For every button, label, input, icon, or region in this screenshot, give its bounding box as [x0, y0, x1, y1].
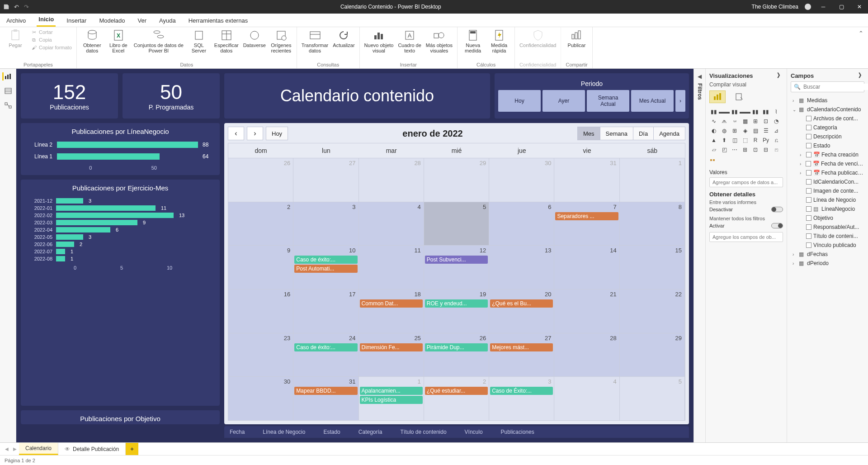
viz-type-icon[interactable]: ⊞ — [751, 117, 760, 125]
field-item[interactable]: Responsable/Aut... — [791, 223, 864, 232]
calendar-day[interactable]: 13 — [489, 245, 554, 289]
publish-button[interactable]: Publicar — [566, 29, 587, 48]
viz-type-icon[interactable]: ⊞ — [730, 127, 739, 135]
page-tab[interactable]: Calendario — [19, 443, 58, 455]
viz-type-icon[interactable]: ◰ — [720, 146, 729, 154]
build-visual-icon[interactable] — [709, 90, 726, 103]
viz-type-icon[interactable]: ⋯ — [730, 146, 739, 154]
refresh-button[interactable]: Actualizar — [333, 29, 354, 48]
calendar-day[interactable]: 22 — [620, 289, 685, 333]
viz-type-icon[interactable]: ⌇ — [772, 108, 781, 116]
calendar-day[interactable]: 15 — [620, 245, 685, 289]
viz-type-icon[interactable]: ⬆ — [720, 136, 729, 144]
viz-type-icon[interactable]: ⏍ — [772, 146, 781, 154]
viz-type-icon[interactable]: ⊞ — [741, 146, 750, 154]
viz-type-icon[interactable]: ⊡ — [761, 117, 770, 125]
calendar-day[interactable]: 28 — [359, 158, 424, 202]
field-item[interactable]: IdCalendarioCon... — [791, 177, 864, 186]
viz-type-icon[interactable]: ▦ — [741, 117, 750, 125]
cal-next-button[interactable]: › — [247, 127, 263, 140]
calendar-event[interactable]: Apalancamien... — [360, 387, 423, 395]
collapse-ribbon-icon[interactable]: ⌃ — [854, 27, 868, 68]
search-input[interactable] — [803, 84, 868, 90]
table-dfechas[interactable]: ›▦dFechas — [791, 250, 864, 259]
periodo-next-icon[interactable]: › — [675, 90, 685, 112]
viz-type-icon[interactable]: ▮▮ — [761, 108, 770, 116]
calendar-event[interactable]: Mapear BBDD... — [294, 387, 357, 395]
viz-type-icon[interactable]: ⊡ — [751, 146, 760, 154]
calendar-day[interactable]: 25Dimensión Fe... — [359, 333, 424, 377]
chart-ejercicio-mes[interactable]: Publicaciones por Ejercicio-Mes 2021-123… — [21, 180, 220, 406]
minimize-button[interactable]: ─ — [817, 4, 829, 10]
calendar-day[interactable]: 7Separadores ... — [554, 202, 619, 246]
fields-search[interactable]: 🔍 — [791, 81, 864, 92]
menu-item-insertar[interactable]: Insertar — [65, 14, 88, 27]
field-item[interactable]: Imagen de conte... — [791, 186, 864, 195]
checkbox[interactable] — [806, 188, 811, 194]
field-item[interactable]: Vínculo publicado — [791, 241, 864, 250]
periodo-btn[interactable]: Hoy — [498, 90, 541, 112]
checkbox[interactable] — [806, 170, 811, 176]
checkbox[interactable] — [806, 152, 811, 157]
viz-type-icon[interactable]: ⬚ — [741, 136, 750, 144]
viz-type-icon[interactable]: ▬▬ — [720, 108, 729, 116]
transform-button[interactable]: Transformar datos — [302, 29, 329, 53]
calendar-event[interactable]: Dimensión Fe... — [360, 343, 423, 351]
calendar-day[interactable]: 6 — [489, 202, 554, 246]
new-visual-button[interactable]: Nuevo objeto visual — [364, 29, 394, 53]
viz-type-icon[interactable]: ⩕ — [720, 117, 729, 125]
calendar-day[interactable]: 27 — [293, 158, 359, 202]
calendar-day[interactable]: 14 — [554, 245, 619, 289]
calendar-day[interactable]: 26 — [228, 158, 293, 202]
calendar-event[interactable]: Pirámide Dup... — [425, 343, 488, 351]
cut-button[interactable]: ✂Cortar — [31, 29, 72, 35]
redo-icon[interactable]: ↷ — [23, 3, 30, 10]
calendar-day[interactable]: 19ROE y endeud... — [424, 289, 489, 333]
calendar-event[interactable]: ROE y endeud... — [425, 299, 488, 308]
calendar-day[interactable]: 28 — [554, 333, 619, 377]
calendar-day[interactable]: 20¿Qué es el Bu... — [489, 289, 554, 333]
calendar-day[interactable]: 31Mapear BBDD... — [293, 376, 359, 420]
cal-prev-button[interactable]: ‹ — [228, 127, 244, 140]
values-dropzone[interactable]: Agregar campos de datos a... — [709, 177, 783, 187]
viz-type-icon[interactable]: ▮▮ — [730, 108, 739, 116]
viz-type-icon[interactable]: ▲ — [709, 136, 718, 144]
checkbox[interactable] — [806, 197, 811, 203]
menu-item-inicio[interactable]: Inicio — [37, 13, 56, 27]
calendar-day[interactable]: 27Mejores mást... — [489, 333, 554, 377]
calendar-day[interactable]: 3Caso de Éxito:... — [489, 376, 554, 420]
periodo-btn[interactable]: Semana Actual — [587, 90, 629, 112]
field-item[interactable]: Descripción — [791, 132, 864, 141]
recent-sources-button[interactable]: Orígenes recientes — [270, 29, 292, 53]
viz-type-icon[interactable]: ⎌ — [772, 136, 781, 144]
sensitivity-button[interactable]: Confidencialidad — [519, 29, 556, 48]
format-painter-button[interactable]: 🖌Copiar formato — [31, 44, 72, 51]
viz-type-icon[interactable]: ☰ — [761, 127, 770, 135]
pbi-datasets-button[interactable]: Conjuntos de datos de Power BI — [134, 29, 184, 53]
calendar-day[interactable]: 16 — [228, 289, 293, 333]
calendar-day[interactable]: 24Caso de éxito:... — [293, 333, 359, 377]
kpi-prog-card[interactable]: 50 P. Programadas — [123, 73, 220, 119]
checkbox[interactable] — [806, 215, 811, 221]
chart-linea-negocio[interactable]: Publicaciones por LíneaNegocio Línea 288… — [21, 123, 220, 175]
filters-pane-collapsed[interactable]: ◀ Filtros — [693, 69, 705, 442]
expand-filters-icon[interactable]: ◀ — [698, 73, 702, 80]
field-item[interactable]: ›📅Fecha creación — [791, 150, 864, 159]
checkbox[interactable] — [806, 206, 811, 212]
viz-type-icon[interactable]: ◈ — [741, 127, 750, 135]
calendar-event[interactable]: Post Subvenci... — [425, 256, 488, 264]
viz-type-icon[interactable]: ⊟ — [761, 146, 770, 154]
viz-type-icon[interactable]: ⎃ — [730, 117, 739, 125]
calendar-day[interactable]: 21 — [554, 289, 619, 333]
field-item[interactable]: ▤LíneaNegocio — [791, 204, 864, 214]
textbox-button[interactable]: ACuadro de texto — [398, 29, 421, 53]
calendar-day[interactable]: 9 — [228, 245, 293, 289]
calendar-day[interactable]: 10Caso de éxito:...Post Automati... — [293, 245, 359, 289]
field-item[interactable]: Objetivo — [791, 214, 864, 223]
calendar-day[interactable]: 18Common Dat... — [359, 289, 424, 333]
menu-item-modelado[interactable]: Modelado — [97, 14, 127, 27]
calendar-day[interactable]: 4 — [554, 376, 619, 420]
viz-type-icon[interactable]: ◐ — [709, 127, 718, 135]
field-item[interactable]: ›📅Fecha publicación — [791, 168, 864, 177]
calendar-event[interactable]: Separadores ... — [555, 212, 618, 220]
